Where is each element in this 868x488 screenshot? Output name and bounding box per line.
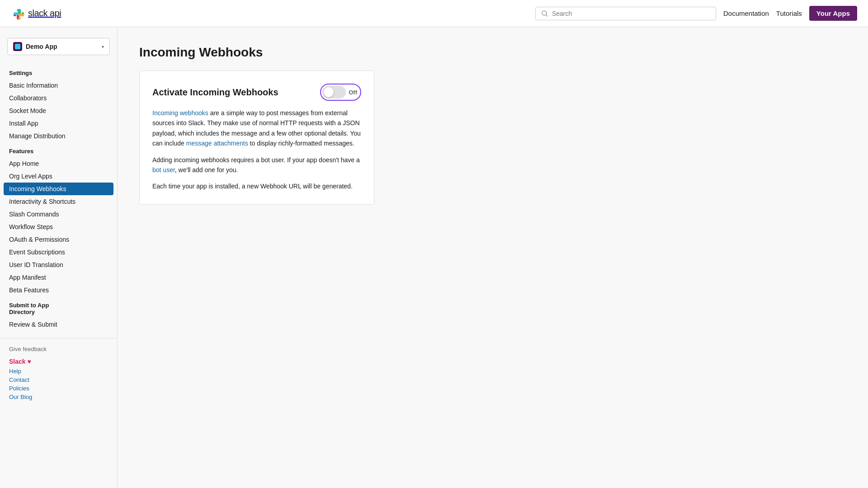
search-input[interactable]	[552, 10, 710, 17]
sidebar: Demo App ▾ Settings Basic Information Co…	[0, 27, 118, 488]
nav-tutorials[interactable]: Tutorials	[776, 9, 802, 17]
nav-documentation[interactable]: Documentation	[723, 9, 769, 17]
settings-section-title: Settings	[0, 64, 117, 79]
toggle-thumb	[324, 87, 334, 97]
main-content: Incoming Webhooks Activate Incoming Webh…	[118, 27, 868, 488]
sidebar-item-event-subscriptions[interactable]: Event Subscriptions	[0, 246, 117, 258]
sidebar-item-slash-commands[interactable]: Slash Commands	[0, 208, 117, 221]
incoming-webhooks-link[interactable]: Incoming webhooks	[152, 109, 208, 117]
card-body: Incoming webhooks are a simple way to po…	[152, 108, 361, 192]
sidebar-item-basic-information[interactable]: Basic Information	[0, 79, 117, 92]
slack-api-label: slack api	[28, 8, 61, 19]
sidebar-item-oauth-permissions[interactable]: OAuth & Permissions	[0, 233, 117, 246]
message-attachments-link[interactable]: message attachments	[186, 140, 248, 147]
your-apps-button[interactable]: Your Apps	[809, 6, 857, 21]
sidebar-item-review-submit[interactable]: Review & Submit	[0, 318, 117, 331]
page-title: Incoming Webhooks	[139, 45, 846, 60]
app-selector-left: Demo App	[13, 42, 57, 51]
header-left: slack api	[11, 6, 61, 21]
webhook-card: Activate Incoming Webhooks Off Incoming …	[139, 70, 374, 205]
sidebar-item-org-level-apps[interactable]: Org Level Apps	[0, 170, 117, 183]
sidebar-item-socket-mode[interactable]: Socket Mode	[0, 104, 117, 117]
slack-heart-label: Slack ♥	[9, 358, 108, 365]
header: slack api Documentation Tutorials Your A…	[0, 0, 868, 27]
footer-link-our-blog[interactable]: Our Blog	[9, 394, 108, 400]
search-box[interactable]	[535, 7, 716, 20]
give-feedback[interactable]: Give feedback	[9, 346, 108, 352]
card-paragraph-3: Each time your app is installed, a new W…	[152, 181, 361, 191]
app-icon-inner	[15, 44, 20, 49]
sidebar-item-install-app[interactable]: Install App	[0, 117, 117, 130]
sidebar-item-app-manifest[interactable]: App Manifest	[0, 271, 117, 284]
toggle-off-label: Off	[349, 89, 357, 96]
sidebar-item-user-id-translation[interactable]: User ID Translation	[0, 258, 117, 271]
sidebar-item-manage-distribution[interactable]: Manage Distribution	[0, 130, 117, 142]
sidebar-item-beta-features[interactable]: Beta Features	[0, 284, 117, 296]
sidebar-footer: Give feedback Slack ♥ Help Contact Polic…	[0, 346, 117, 400]
footer-link-policies[interactable]: Policies	[9, 385, 108, 392]
card-title: Activate Incoming Webhooks	[152, 87, 278, 98]
card-paragraph-2: Adding incoming webhooks requires a bot …	[152, 155, 361, 175]
sidebar-item-collaborators[interactable]: Collaborators	[0, 92, 117, 104]
slack-logo[interactable]: slack api	[11, 6, 61, 21]
app-selector[interactable]: Demo App ▾	[7, 38, 110, 55]
app-name: Demo App	[26, 43, 57, 50]
card-paragraph-1: Incoming webhooks are a simple way to po…	[152, 108, 361, 149]
footer-link-help[interactable]: Help	[9, 368, 108, 375]
card-header: Activate Incoming Webhooks Off	[152, 84, 361, 101]
layout: Demo App ▾ Settings Basic Information Co…	[0, 27, 868, 488]
sidebar-item-interactivity-shortcuts[interactable]: Interactivity & Shortcuts	[0, 195, 117, 208]
app-icon	[13, 42, 22, 51]
chevron-down-icon: ▾	[102, 44, 104, 49]
slack-logo-icon	[11, 6, 25, 21]
search-icon	[541, 10, 548, 17]
sidebar-divider	[0, 338, 117, 338]
activate-toggle[interactable]: Off	[320, 84, 361, 101]
toggle-track	[322, 86, 346, 99]
sidebar-item-app-home[interactable]: App Home	[0, 157, 117, 170]
sidebar-item-incoming-webhooks[interactable]: Incoming Webhooks	[4, 183, 113, 195]
submit-section-title: Submit to AppDirectory	[0, 296, 117, 318]
footer-link-contact[interactable]: Contact	[9, 376, 108, 383]
header-right: Documentation Tutorials Your Apps	[535, 6, 857, 21]
sidebar-item-workflow-steps[interactable]: Workflow Steps	[0, 221, 117, 233]
bot-user-link[interactable]: bot user	[152, 166, 175, 174]
features-section-title: Features	[0, 142, 117, 157]
